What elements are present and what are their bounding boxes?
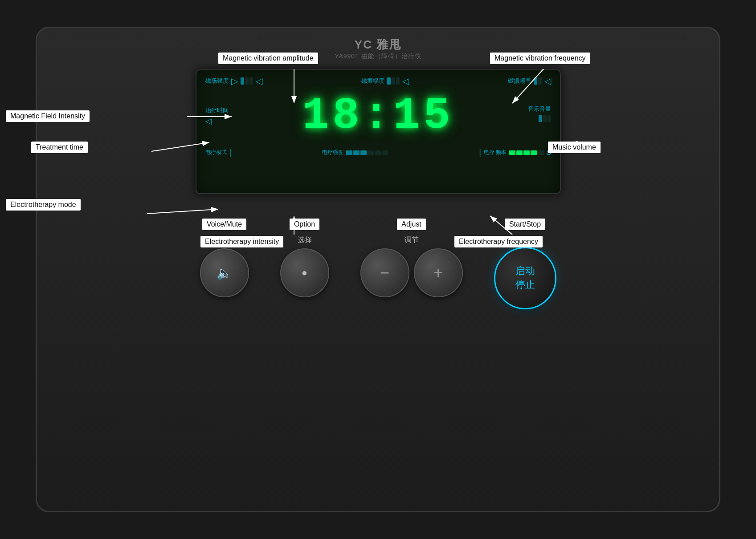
h-bar-seg [538,150,544,155]
minus-icon: − [380,263,389,282]
electrotherapy-intensity-annotation: Electrotherapy intensity [200,236,283,247]
minus-button[interactable]: − [360,248,409,297]
h-bar-seg [516,150,523,155]
lcd-middle: 治疗时间 ◁ 18:15 音乐音量 [196,87,560,145]
option-cn-label: 选择 [298,235,312,245]
brand-logo: YC 雅甩 [37,37,719,53]
magnetic-vibration-frequency-bars [534,77,542,85]
electrotherapy-frequency-label: 电疗 频率 [484,149,507,156]
electrotherapy-intensity-label: 电疗强度 [322,149,343,156]
start-stop-text: 启动停止 [515,264,535,292]
bar-seg [392,77,395,85]
magnetic-field-param: 磁场强度 ▷ ◁ [205,77,262,85]
bar-seg [396,77,400,85]
magnetic-vibration-frequency-label: 磁振频率 [508,77,531,85]
brand-area: YC 雅甩 YA9901 磁能（障碍）治疗仪 [37,28,719,65]
electrotherapy-intensity-param: 电疗强度 [322,149,388,156]
lcd-top-row: 磁场强度 ▷ ◁ 磁振幅度 ◁ [196,70,560,87]
bar-seg [539,115,542,122]
brand-subtitle: YA9901 磁能（障碍）治疗仪 [37,53,719,61]
magnetic-vibration-amplitude-label: 磁振幅度 [361,77,384,85]
option-group: Option 选择 ● [280,219,329,297]
voice-mute-annotation: Voice/Mute [202,219,246,230]
h-bar-seg [375,150,381,155]
h-bar-seg [368,150,374,155]
electrotherapy-intensity-bars [346,150,388,155]
bar-seg [548,115,551,122]
treatment-time-group: 治疗时间 ◁ [205,106,229,126]
bar-seg [245,77,249,85]
h-bar-seg [360,150,367,155]
lcd-wrapper: 磁场强度 ▷ ◁ 磁振幅度 ◁ [37,69,719,194]
electrotherapy-frequency-annotation: Electrotherapy frequency [454,236,543,247]
h-bar-seg [382,150,388,155]
h-bar-seg [509,150,515,155]
magnetic-field-bars [241,77,253,85]
plus-icon: + [433,263,443,282]
bar-seg [543,115,547,122]
treatment-time-annotation: Treatment time [31,142,88,153]
electrotherapy-frequency-bars [509,150,544,155]
bar-seg [241,77,244,85]
h-bar-seg [531,150,537,155]
time-display: 18:15 [302,94,454,138]
magnetic-vibration-frequency-param: 磁振频率 ◁ [508,77,551,85]
electrotherapy-mode-param: 电疗模式 | [205,148,232,157]
bar-seg [249,77,253,85]
music-volume-bars [539,115,551,122]
start-stop-button[interactable]: 启动停止 [494,247,556,309]
music-volume-annotation: Music volume [548,142,601,153]
speaker-icon: ◁ [205,116,212,126]
adjust-cn-label: 调节 [405,235,419,245]
magnetic-field-annotation: Magnetic Field Intensity [6,110,90,122]
h-bar-seg [523,150,530,155]
start-stop-group: Start/Stop _ 启动停止 [494,219,556,309]
start-stop-annotation: Start/Stop [505,219,545,230]
music-volume-label: 音乐音量 [528,105,551,113]
bar-seg [387,77,391,85]
voice-mute-group: Voice/Mute 语音/静音 🔈 [200,219,249,297]
h-bar-seg [353,150,360,155]
magnetic-vibration-frequency-annotation: Magnetic vibration frequency [490,53,590,64]
electrotherapy-frequency-param: | 电疗 频率 S [479,148,551,157]
electrotherapy-mode-annotation: Electrotherapy mode [6,199,81,211]
music-volume-group: 音乐音量 [528,105,551,122]
plus-button[interactable]: + [414,248,463,297]
adjust-group: Adjust 调节 − + [360,219,463,297]
magnetic-field-label: 磁场强度 [205,77,229,85]
lcd-bottom-row: 电疗模式 | 电疗强度 | 电疗 频率 [196,145,560,162]
buttons-area: Voice/Mute 语音/静音 🔈 Option 选择 ● Adjust 调节… [37,219,719,309]
option-annotation: Option [290,219,319,230]
magnetic-vibration-amplitude-annotation: Magnetic vibration amplitude [218,53,318,64]
voice-mute-button[interactable]: 🔈 [200,248,249,297]
h-bar-seg [346,150,352,155]
bar-seg [534,77,537,85]
magnetic-vibration-amplitude-param: 磁振幅度 ◁ [361,77,409,85]
bar-seg [538,77,542,85]
dot-icon: ● [302,267,307,279]
electrotherapy-mode-label: 电疗模式 [205,149,227,156]
lcd-display: 磁场强度 ▷ ◁ 磁振幅度 ◁ [196,69,561,194]
adjust-buttons: − + [360,248,463,297]
treatment-time-label: 治疗时间 [205,106,229,114]
adjust-annotation: Adjust [397,219,425,230]
speaker-icon: 🔈 [217,266,232,280]
magnetic-vibration-amplitude-bars [387,77,400,85]
device-panel: YC 雅甩 YA9901 磁能（障碍）治疗仪 磁场强度 ▷ ◁ 磁振幅度 [36,27,720,512]
option-button[interactable]: ● [280,248,329,297]
